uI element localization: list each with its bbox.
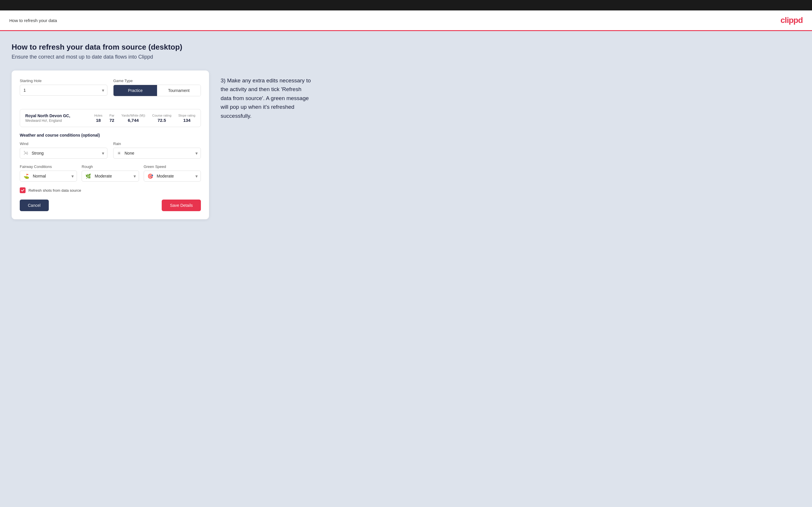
fairway-label: Fairway Conditions [20, 164, 77, 169]
yards-stat: Yards/White (M)) 6,744 [121, 114, 145, 123]
starting-hole-select-wrapper[interactable]: 1 10 ▾ [20, 85, 107, 96]
rain-label: Rain [113, 142, 201, 146]
top-fields: Starting Hole 1 10 ▾ Game Type Practice … [20, 78, 201, 103]
practice-button[interactable]: Practice [113, 85, 157, 96]
wind-select[interactable]: Strong Light Calm [31, 148, 107, 158]
sidebar-instruction: 3) Make any extra edits necessary to the… [221, 76, 313, 120]
par-label: Par [109, 114, 114, 117]
rough-select[interactable]: Moderate Light Heavy [94, 171, 139, 181]
game-type-section: Game Type Practice Tournament [113, 78, 201, 96]
holes-stat: Holes 18 [94, 114, 102, 123]
course-rating-label: Course rating [152, 114, 171, 117]
main-content: How to refresh your data from source (de… [0, 31, 812, 507]
fairway-icon: ⛳ [20, 173, 32, 179]
rain-field: Rain ☀ None Light Heavy ▾ [113, 142, 201, 159]
course-rating-value: 72.5 [152, 118, 171, 123]
header-title: How to refresh your data [9, 18, 57, 23]
green-speed-label: Green Speed [144, 164, 201, 169]
rain-icon: ☀ [113, 151, 123, 156]
rain-select-wrapper[interactable]: ☀ None Light Heavy ▾ [113, 148, 201, 159]
course-stats: Holes 18 Par 72 Yards/White (M)) 6,744 C… [94, 114, 195, 123]
course-location: Westward Ho!, England [25, 119, 87, 123]
sidebar: 3) Make any extra edits necessary to the… [221, 70, 313, 120]
page-heading: How to refresh your data from source (de… [12, 43, 800, 52]
weather-section-title: Weather and course conditions (optional) [20, 133, 201, 137]
slope-rating-label: Slope rating [178, 114, 195, 117]
rain-select[interactable]: None Light Heavy [123, 148, 201, 158]
refresh-checkbox-row: Refresh shots from data source [20, 187, 201, 193]
starting-hole-label: Starting Hole [20, 78, 107, 83]
rough-label: Rough [82, 164, 139, 169]
content-layout: Starting Hole 1 10 ▾ Game Type Practice … [12, 70, 800, 219]
tournament-button[interactable]: Tournament [157, 85, 201, 96]
slope-rating-stat: Slope rating 134 [178, 114, 195, 123]
yards-label: Yards/White (M)) [121, 114, 145, 117]
game-type-label: Game Type [113, 78, 201, 83]
green-speed-icon: 🎯 [144, 173, 156, 179]
form-card: Starting Hole 1 10 ▾ Game Type Practice … [12, 70, 209, 219]
button-row: Cancel Save Details [20, 200, 201, 211]
wind-icon: 🌬 [20, 151, 31, 156]
fairway-select[interactable]: Normal Soft Hard [32, 171, 77, 181]
starting-hole-select[interactable]: 1 10 [20, 85, 107, 96]
game-type-group: Practice Tournament [113, 85, 201, 96]
wind-select-wrapper[interactable]: 🌬 Strong Light Calm ▾ [20, 148, 107, 159]
fairway-select-wrapper[interactable]: ⛳ Normal Soft Hard ▾ [20, 171, 77, 181]
weather-row2: Fairway Conditions ⛳ Normal Soft Hard ▾ … [20, 164, 201, 181]
fairway-field: Fairway Conditions ⛳ Normal Soft Hard ▾ [20, 164, 77, 181]
green-speed-field: Green Speed 🎯 Moderate Fast Slow ▾ [144, 164, 201, 181]
green-speed-select[interactable]: Moderate Fast Slow [156, 171, 201, 181]
holes-value: 18 [94, 118, 102, 123]
weather-row1: Wind 🌬 Strong Light Calm ▾ Rain ☀ [20, 142, 201, 159]
rough-field: Rough 🌿 Moderate Light Heavy ▾ [82, 164, 139, 181]
rough-icon: 🌿 [82, 173, 94, 179]
refresh-checkbox-label: Refresh shots from data source [29, 188, 81, 192]
rough-select-wrapper[interactable]: 🌿 Moderate Light Heavy ▾ [82, 171, 139, 181]
par-value: 72 [109, 118, 114, 123]
course-rating-stat: Course rating 72.5 [152, 114, 171, 123]
logo: clippd [781, 16, 803, 25]
par-stat: Par 72 [109, 114, 114, 123]
yards-value: 6,744 [121, 118, 145, 123]
page-subheading: Ensure the correct and most up to date d… [12, 54, 800, 60]
cancel-button[interactable]: Cancel [20, 200, 49, 211]
course-name-block: Royal North Devon GC, Westward Ho!, Engl… [25, 113, 87, 123]
wind-field: Wind 🌬 Strong Light Calm ▾ [20, 142, 107, 159]
header: How to refresh your data clippd [0, 10, 812, 31]
holes-label: Holes [94, 114, 102, 117]
starting-hole-section: Starting Hole 1 10 ▾ [20, 78, 107, 96]
course-info-box: Royal North Devon GC, Westward Ho!, Engl… [20, 109, 201, 127]
wind-label: Wind [20, 142, 107, 146]
slope-rating-value: 134 [178, 118, 195, 123]
refresh-checkbox[interactable] [20, 187, 26, 193]
save-button[interactable]: Save Details [162, 200, 201, 211]
course-name: Royal North Devon GC, [25, 113, 87, 118]
green-speed-select-wrapper[interactable]: 🎯 Moderate Fast Slow ▾ [144, 171, 201, 181]
